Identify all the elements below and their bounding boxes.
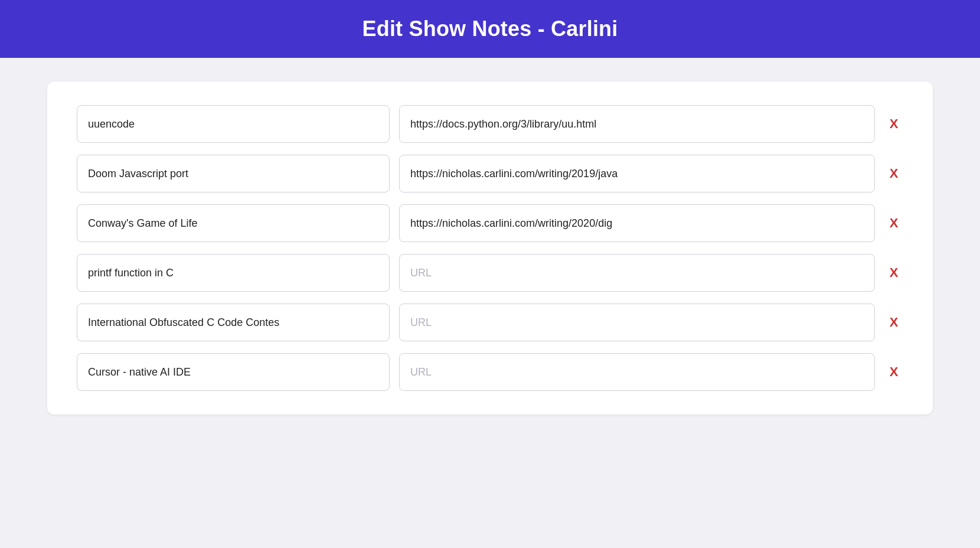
note-url-input-1[interactable] bbox=[399, 105, 875, 143]
note-row: X bbox=[77, 105, 903, 143]
delete-button-5[interactable]: X bbox=[884, 312, 903, 332]
note-name-input-3[interactable] bbox=[77, 204, 390, 242]
note-name-input-6[interactable] bbox=[77, 353, 390, 391]
delete-button-4[interactable]: X bbox=[884, 263, 903, 283]
note-url-input-6[interactable] bbox=[399, 353, 875, 391]
delete-button-3[interactable]: X bbox=[884, 213, 903, 233]
note-url-input-5[interactable] bbox=[399, 304, 875, 341]
note-url-input-3[interactable] bbox=[399, 204, 875, 242]
note-row: X bbox=[77, 304, 903, 341]
note-url-input-4[interactable] bbox=[399, 254, 875, 292]
note-name-input-5[interactable] bbox=[77, 304, 390, 341]
page-header: Edit Show Notes - Carlini bbox=[0, 0, 980, 58]
note-row: X bbox=[77, 254, 903, 292]
note-row: X bbox=[77, 155, 903, 193]
note-name-input-2[interactable] bbox=[77, 155, 390, 193]
main-content: XXXXXX bbox=[0, 58, 980, 438]
note-row: X bbox=[77, 204, 903, 242]
note-name-input-1[interactable] bbox=[77, 105, 390, 143]
delete-button-2[interactable]: X bbox=[884, 164, 903, 184]
delete-button-1[interactable]: X bbox=[884, 114, 903, 134]
page-title: Edit Show Notes - Carlini bbox=[24, 17, 956, 41]
notes-card: XXXXXX bbox=[47, 81, 933, 415]
note-name-input-4[interactable] bbox=[77, 254, 390, 292]
note-url-input-2[interactable] bbox=[399, 155, 875, 193]
delete-button-6[interactable]: X bbox=[884, 362, 903, 382]
note-row: X bbox=[77, 353, 903, 391]
